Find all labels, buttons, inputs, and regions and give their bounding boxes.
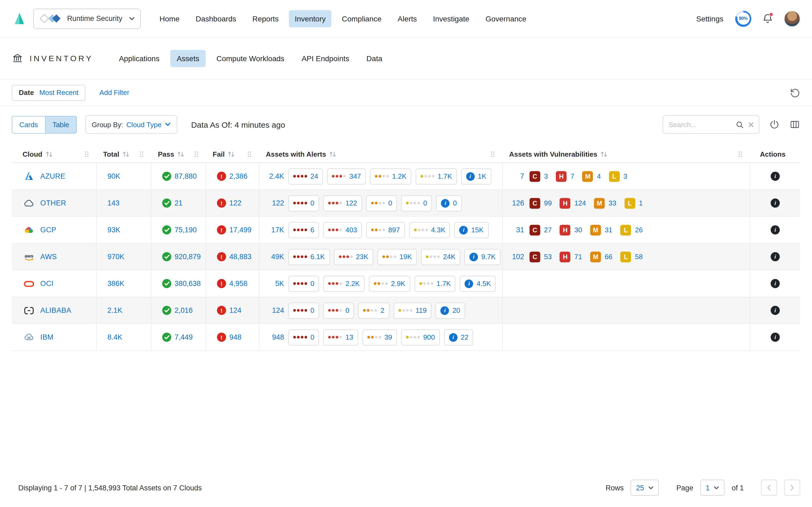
alert-pill-high[interactable]: 23K [334,249,373,265]
cards-view-button[interactable]: Cards [12,116,45,133]
vuln-badge-low[interactable]: L1 [624,198,643,209]
column-drag-handle-icon[interactable] [139,151,144,158]
total-count-link[interactable]: 2.1K [107,306,122,315]
reset-filters-icon[interactable] [790,88,800,98]
search-input[interactable] [663,116,759,133]
fail-count-link[interactable]: 17,499 [229,226,252,234]
vuln-badge-low[interactable]: L26 [620,225,643,235]
user-avatar[interactable] [784,10,800,26]
vuln-badge-critical[interactable]: C99 [529,198,552,209]
row-info-icon[interactable]: i [771,225,780,234]
alert-pill-informational[interactable]: i0 [436,195,462,211]
tab-applications[interactable]: Applications [112,50,166,67]
nav-inventory[interactable]: Inventory [289,10,332,27]
total-count-link[interactable]: 90K [107,172,120,180]
column-header-cloud[interactable]: Cloud [12,145,97,163]
alert-pill-medium[interactable]: 2 [358,302,389,319]
fail-count-link[interactable]: 4,958 [229,280,248,288]
add-filter-button[interactable]: Add Filter [99,89,129,97]
tab-compute-workloads[interactable]: Compute Workloads [210,50,291,67]
nav-compliance[interactable]: Compliance [336,10,388,27]
alert-pill-low[interactable]: 1.7K [416,168,457,184]
cloud-name-link[interactable]: GCP [40,226,56,234]
column-header-vulnerabilities[interactable]: Assets with Vulnerabilities [503,145,750,163]
vuln-badge-high[interactable]: H30 [560,225,582,235]
cloud-name-link[interactable]: AWS [40,253,57,261]
row-info-icon[interactable]: i [771,199,780,208]
clear-search-icon[interactable] [748,122,754,128]
alert-pill-informational[interactable]: i4.5K [460,276,496,292]
vuln-badge-medium[interactable]: M66 [590,251,612,262]
vulns-total-link[interactable]: 102 [509,253,524,261]
alert-pill-medium[interactable]: 2.9K [369,276,410,292]
column-settings-icon[interactable] [790,119,800,130]
total-count-link[interactable]: 143 [107,199,119,207]
pass-count-link[interactable]: 75,190 [174,226,197,234]
power-icon[interactable] [769,119,780,130]
alert-pill-low[interactable]: 119 [393,302,431,319]
vuln-badge-medium[interactable]: M33 [594,198,616,209]
alerts-total-link[interactable]: 49K [266,253,284,261]
alerts-total-link[interactable]: 5K [266,280,284,288]
fail-count-link[interactable]: 122 [229,199,241,207]
search-icon[interactable] [736,121,744,129]
total-count-link[interactable]: 93K [107,226,120,234]
vuln-badge-critical[interactable]: C27 [529,225,552,235]
pass-count-link[interactable]: 920,879 [174,253,201,261]
nav-dashboards[interactable]: Dashboards [190,10,242,27]
prev-page-button[interactable] [761,480,777,496]
row-info-icon[interactable]: i [771,172,780,181]
pass-count-link[interactable]: 380,638 [174,280,201,288]
column-drag-handle-icon[interactable] [247,151,252,158]
alerts-total-link[interactable]: 122 [266,199,284,207]
fail-count-link[interactable]: 48,883 [229,253,252,261]
pass-count-link[interactable]: 7,449 [174,333,193,341]
column-drag-handle-icon[interactable] [490,151,495,158]
alert-pill-low[interactable]: 4.3K [409,222,450,238]
vuln-badge-critical[interactable]: C3 [529,171,548,182]
vuln-badge-medium[interactable]: M4 [582,171,601,182]
sort-icon[interactable] [329,151,336,157]
brand-logo-icon[interactable] [12,11,26,25]
alert-pill-informational[interactable]: i22 [444,329,473,345]
settings-link[interactable]: Settings [696,14,723,23]
alert-pill-high[interactable]: 2.2K [323,276,365,292]
total-count-link[interactable]: 386K [107,280,124,288]
alerts-total-link[interactable]: 17K [266,226,284,234]
alerts-total-link[interactable]: 948 [266,333,284,341]
column-drag-handle-icon[interactable] [194,151,199,158]
column-header-alerts[interactable]: Assets with Alerts [259,145,503,163]
vulns-total-link[interactable]: 7 [509,172,524,180]
alert-pill-low[interactable]: 900 [401,329,440,345]
group-by-dropdown[interactable]: Group By: Cloud Type [85,115,177,133]
alert-pill-medium[interactable]: 19K [377,249,417,265]
vuln-badge-high[interactable]: H124 [560,198,586,209]
tab-api-endpoints[interactable]: API Endpoints [295,50,356,67]
product-selector[interactable]: Runtime Security [33,8,141,29]
vuln-badge-low[interactable]: L58 [620,251,643,262]
pass-count-link[interactable]: 2,016 [174,306,193,315]
cloud-name-link[interactable]: AZURE [40,172,65,180]
rows-per-page-select[interactable]: 25 [631,480,659,496]
alerts-total-link[interactable]: 124 [266,306,284,315]
table-view-button[interactable]: Table [45,116,76,133]
cloud-name-link[interactable]: IBM [40,333,53,341]
alert-pill-critical[interactable]: 0 [288,276,319,292]
sort-icon[interactable] [228,151,235,157]
alert-pill-informational[interactable]: i1K [461,168,491,184]
vuln-badge-high[interactable]: H7 [556,171,574,182]
vuln-badge-low[interactable]: L3 [609,171,627,182]
sort-icon[interactable] [46,151,53,157]
nav-reports[interactable]: Reports [247,10,285,27]
alert-pill-medium[interactable]: 897 [366,222,405,238]
alert-pill-informational[interactable]: i20 [436,302,465,319]
alert-pill-critical[interactable]: 24 [288,168,323,184]
pass-count-link[interactable]: 87,880 [174,172,197,180]
nav-alerts[interactable]: Alerts [392,10,423,27]
nav-investigate[interactable]: Investigate [427,10,475,27]
alert-pill-medium[interactable]: 0 [366,195,397,211]
alert-pill-informational[interactable]: i15K [455,222,489,238]
notifications-bell-icon[interactable] [762,13,773,24]
vuln-badge-medium[interactable]: M31 [590,225,612,235]
alert-pill-critical[interactable]: 6.1K [288,249,330,265]
